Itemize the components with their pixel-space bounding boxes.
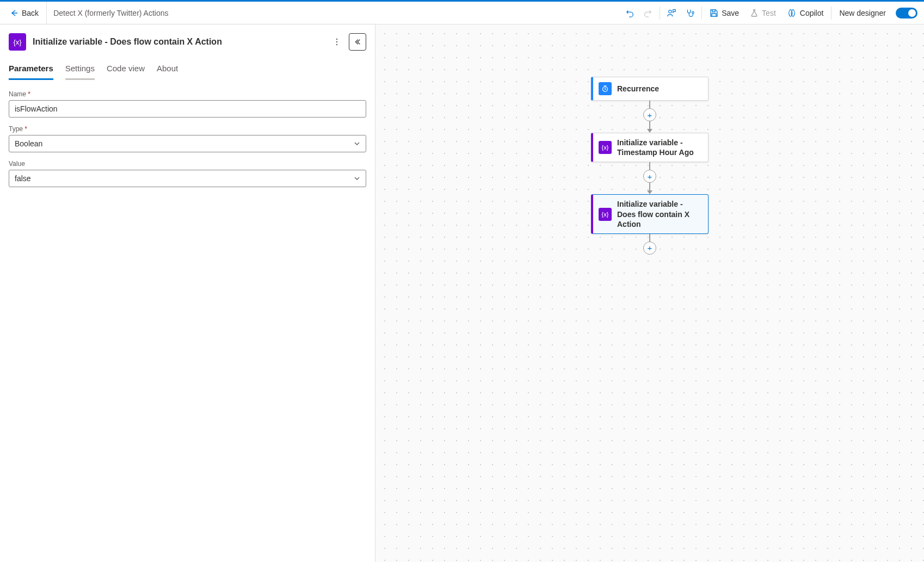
- type-select[interactable]: Boolean: [9, 135, 366, 152]
- action-properties-panel: {x} Initialize variable - Does flow cont…: [0, 24, 375, 562]
- value-select[interactable]: false: [9, 170, 366, 187]
- panel-tabs: Parameters Settings Code view About: [9, 61, 366, 81]
- chevron-down-icon: [354, 175, 360, 182]
- node-label: Initialize variable - Does flow contain …: [617, 199, 703, 229]
- clock-icon: [599, 82, 612, 95]
- svg-point-3: [336, 41, 337, 42]
- test-button[interactable]: Test: [744, 2, 781, 24]
- copilot-icon: [787, 8, 797, 18]
- flow-title: Detect X (formerly Twitter) Actions: [47, 9, 175, 17]
- copilot-button[interactable]: Copilot: [781, 2, 829, 24]
- value-field-label: Value: [9, 160, 366, 168]
- add-step-button[interactable]: +: [643, 170, 656, 183]
- more-options-button[interactable]: [328, 33, 346, 51]
- node-init-var-flow-action[interactable]: {x} Initialize variable - Does flow cont…: [591, 194, 709, 234]
- back-button[interactable]: Back: [2, 2, 47, 24]
- flask-icon: [750, 9, 759, 17]
- feedback-button[interactable]: [662, 2, 681, 24]
- flow-canvas[interactable]: Recurrence + {x} Initialize variable - T…: [375, 24, 924, 562]
- name-input[interactable]: [9, 100, 366, 118]
- redo-icon: [643, 8, 653, 18]
- save-icon: [710, 9, 718, 17]
- variable-icon: {x}: [599, 208, 612, 221]
- new-designer-toggle[interactable]: [896, 8, 917, 18]
- tab-parameters[interactable]: Parameters: [9, 61, 53, 80]
- panel-title: Initialize variable - Does flow contain …: [33, 37, 322, 47]
- undo-button[interactable]: [620, 2, 639, 24]
- chevron-down-icon: [354, 140, 360, 147]
- back-label: Back: [22, 9, 39, 17]
- svg-point-4: [336, 44, 337, 45]
- tab-about[interactable]: About: [157, 61, 178, 80]
- save-label: Save: [722, 9, 739, 17]
- new-designer-toggle-label: New designer: [834, 2, 891, 24]
- node-label: Recurrence: [617, 84, 659, 94]
- person-feedback-icon: [667, 8, 676, 18]
- tab-code-view[interactable]: Code view: [107, 61, 145, 80]
- node-label: Initialize variable - Timestamp Hour Ago: [617, 138, 703, 157]
- type-field-label: Type *: [9, 125, 366, 133]
- redo-button[interactable]: [639, 2, 657, 24]
- add-step-button[interactable]: +: [643, 242, 656, 255]
- chevron-double-left-icon: [354, 38, 361, 46]
- svg-point-2: [336, 39, 337, 40]
- stethoscope-button[interactable]: [681, 2, 699, 24]
- tab-settings[interactable]: Settings: [65, 61, 95, 80]
- arrow-left-icon: [10, 9, 19, 17]
- undo-icon: [625, 8, 635, 18]
- collapse-panel-button[interactable]: [349, 33, 366, 51]
- flow-checker-icon: [685, 8, 695, 18]
- name-field-label: Name *: [9, 90, 366, 98]
- variable-icon: {x}: [9, 33, 26, 51]
- node-recurrence[interactable]: Recurrence: [591, 77, 709, 101]
- copilot-label: Copilot: [800, 9, 824, 17]
- variable-icon: {x}: [599, 141, 612, 154]
- svg-point-1: [692, 11, 694, 14]
- save-button[interactable]: Save: [704, 2, 744, 24]
- add-step-button[interactable]: +: [643, 108, 656, 121]
- more-vertical-icon: [332, 38, 341, 46]
- test-label: Test: [762, 9, 776, 17]
- node-init-var-timestamp[interactable]: {x} Initialize variable - Timestamp Hour…: [591, 133, 709, 162]
- svg-point-0: [669, 10, 672, 13]
- top-bar: Back Detect X (formerly Twitter) Actions…: [0, 0, 924, 24]
